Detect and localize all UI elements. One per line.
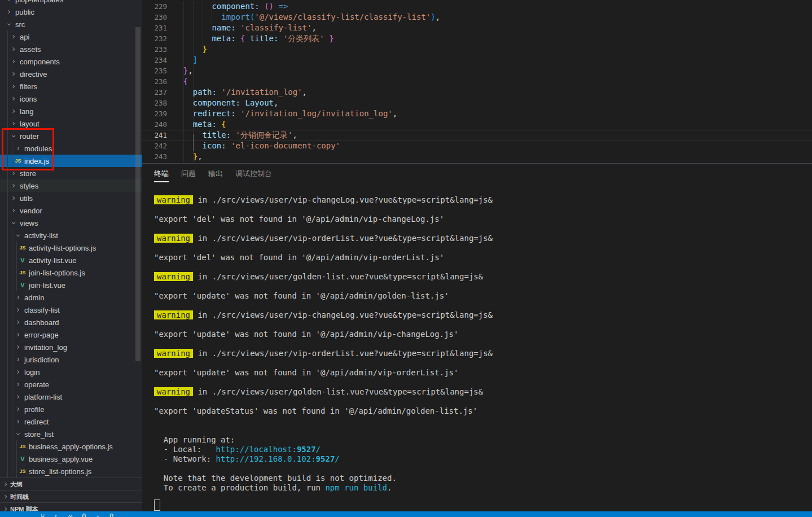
tree-item-operate[interactable]: operate	[0, 378, 142, 391]
terminal-line: - Network: http://192.168.0.102:9527/	[154, 454, 493, 464]
tree-item-label: activity-list-options.js	[29, 244, 96, 252]
section-outline[interactable]: 大纲	[0, 477, 142, 490]
terminal-link[interactable]: 9527	[297, 445, 316, 454]
code-line-239[interactable]: 239 redirect: '/invitation_log/invitatio…	[142, 108, 812, 119]
code-line-229[interactable]: 229 component: () =>	[142, 1, 812, 12]
tree-item-platform-list[interactable]: platform-list	[0, 391, 142, 403]
line-number: 236	[142, 76, 167, 87]
panel-tab-debug-console[interactable]: 调试控制台	[235, 169, 272, 182]
tree-item-src[interactable]: src	[0, 18, 142, 30]
tree-item-label: store_list-options.js	[29, 467, 91, 476]
tree-item-activity-list-vue[interactable]: Vactivity-list.vue	[0, 254, 142, 266]
terminal-link[interactable]: http://192.168.0.102:	[216, 454, 316, 463]
js-file-icon: JS	[18, 245, 27, 251]
terminal-line: "export 'update' was not found in '@/api…	[154, 291, 493, 301]
tree-item-assets[interactable]: assets	[0, 43, 142, 55]
status-bar[interactable]: ⑂ ↻ ⊗ 0 △ 0	[0, 511, 812, 517]
tree-item-label: icons	[20, 95, 37, 103]
tree-item-label: views	[20, 219, 38, 227]
code-line-240[interactable]: 240 meta: {	[142, 119, 812, 130]
tree-item-vendor[interactable]: vendor	[0, 204, 142, 217]
tree-item-plop-templates[interactable]: plop-templates	[0, 0, 142, 6]
tree-item-admin[interactable]: admin	[0, 291, 142, 304]
tree-item-login[interactable]: login	[0, 366, 142, 378]
tree-item-label: store_list	[24, 430, 54, 439]
code-line-233[interactable]: 233 }	[142, 44, 812, 55]
chevron-down-icon	[14, 231, 23, 240]
tree-item-label: layout	[20, 120, 39, 128]
tree-item-store-list[interactable]: store_list	[0, 428, 142, 440]
tree-item-dashboard[interactable]: dashboard	[0, 316, 142, 328]
tree-item-label: vendor	[20, 207, 42, 215]
code-line-230[interactable]: 230 import('@/views/classify-list/classi…	[142, 12, 812, 23]
code-lines: 229 component: () =>230 import('@/views/…	[142, 1, 812, 162]
code-line-231[interactable]: 231 name: 'classify-list',	[142, 23, 812, 33]
tree-item-views[interactable]: views	[0, 217, 142, 229]
tree-item-label: business_apply.vue	[29, 455, 93, 463]
terminal-text: "export 'updateStatus' was not found in …	[154, 406, 477, 415]
tree-item-error-page[interactable]: error-page	[0, 328, 142, 341]
code-line-242[interactable]: 242 icon: 'el-icon-document-copy'	[142, 141, 812, 151]
code-line-234[interactable]: 234 ]	[142, 55, 812, 65]
tree-item-public[interactable]: public	[0, 6, 142, 18]
terminal-text: "export 'update' was not found in '@/api…	[154, 368, 458, 377]
code-line-238[interactable]: 238 component: Layout,	[142, 98, 812, 108]
terminal-output[interactable]: warning in ./src/views/user/vip-changeLo…	[154, 195, 493, 493]
tree-item-api[interactable]: api	[0, 30, 142, 43]
line-content: meta: {	[167, 120, 226, 129]
tree-item-jurisdiction[interactable]: jurisdiction	[0, 353, 142, 366]
tree-item-activity-list[interactable]: activity-list	[0, 229, 142, 242]
tree-item-business-apply-vue[interactable]: Vbusiness_apply.vue	[0, 453, 142, 465]
tree-item-styles[interactable]: styles	[0, 179, 142, 192]
code-editor[interactable]: 229 component: () =>230 import('@/views/…	[142, 0, 812, 163]
code-line-232[interactable]: 232 meta: { title: '分类列表' }	[142, 33, 812, 44]
terminal-line	[154, 301, 493, 310]
code-line-243[interactable]: 243 },	[142, 151, 812, 162]
panel-tab-problems[interactable]: 问题	[181, 169, 196, 182]
terminal-line: "export 'del' was not found in '@/api/ad…	[154, 253, 493, 262]
terminal-link[interactable]: http://localhost:	[216, 445, 297, 454]
code-line-235[interactable]: 235 },	[142, 65, 812, 76]
tree-item-label: plop-templates	[15, 0, 63, 4]
terminal-link[interactable]: /	[335, 454, 339, 463]
line-content: }	[167, 45, 207, 54]
tree-item-lang[interactable]: lang	[0, 105, 142, 117]
code-line-236[interactable]: 236 {	[142, 76, 812, 87]
tree-item-label: profile	[24, 405, 44, 414]
terminal-text: in ./src/views/user/vip-changeLog.vue?vu…	[193, 310, 493, 319]
tree-item-utils[interactable]: utils	[0, 192, 142, 204]
sidebar-scrollbar[interactable]	[135, 27, 141, 361]
tree-item-join-list-vue[interactable]: Vjoin-list.vue	[0, 279, 142, 291]
terminal-link[interactable]: /	[316, 445, 321, 454]
line-content: path: '/invitation_log',	[167, 87, 307, 97]
tree-item-classify-list[interactable]: classify-list	[0, 304, 142, 316]
tree-item-components[interactable]: components	[0, 55, 142, 68]
tree-item-profile[interactable]: profile	[0, 403, 142, 415]
line-number: 239	[142, 108, 167, 119]
line-number: 232	[142, 33, 167, 44]
code-line-241[interactable]: 241 title: '分销佣金记录',	[142, 130, 812, 141]
terminal-text: To create a production build, run	[154, 483, 325, 492]
tree-item-join-list-options-js[interactable]: JSjoin-list-options.js	[0, 266, 142, 279]
terminal-line	[154, 426, 493, 435]
tree-item-label: join-list-options.js	[29, 269, 85, 277]
code-line-237[interactable]: 237 path: '/invitation_log',	[142, 87, 812, 98]
tree-item-activity-list-options-js[interactable]: JSactivity-list-options.js	[0, 242, 142, 254]
tree-item-directive[interactable]: directive	[0, 68, 142, 80]
tree-item-business-apply-options-js[interactable]: JSbusiness_apply-options.js	[0, 440, 142, 453]
tree-item-store-list-options-js[interactable]: JSstore_list-options.js	[0, 465, 142, 477]
section-timeline[interactable]: 时间线	[0, 490, 142, 503]
terminal-line	[154, 397, 493, 406]
terminal-link[interactable]: 9527	[316, 454, 335, 463]
tree-item-invitation-log[interactable]: invitation_log	[0, 341, 142, 353]
panel-tab-terminal[interactable]: 终端	[154, 169, 169, 182]
tree-item-icons[interactable]: icons	[0, 93, 142, 105]
terminal-link[interactable]: npm run build	[325, 483, 387, 492]
panel-tab-output[interactable]: 输出	[208, 169, 223, 182]
tree-item-label: error-page	[24, 331, 59, 339]
tree-item-redirect[interactable]: redirect	[0, 415, 142, 428]
chevron-right-icon	[14, 343, 23, 352]
line-number: 237	[142, 87, 167, 98]
file-tree: plop-templatespublicsrcapiassetscomponen…	[0, 0, 142, 477]
tree-item-filters[interactable]: filters	[0, 80, 142, 93]
